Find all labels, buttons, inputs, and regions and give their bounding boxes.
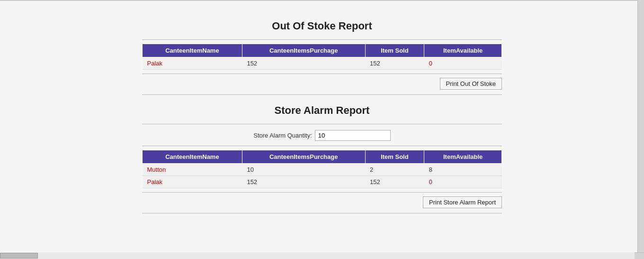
col-header-purchase-1: CanteenItemsPurchage bbox=[242, 44, 365, 57]
divider-5 bbox=[142, 146, 502, 146]
alarm-item-purchase-2: 152 bbox=[242, 176, 365, 188]
print-store-alarm-button[interactable]: Print Store Alarm Report bbox=[423, 196, 502, 208]
alarm-item-available-2: 0 bbox=[424, 176, 502, 188]
divider-6 bbox=[142, 192, 502, 193]
col-header-available-1: ItemAvailable bbox=[424, 44, 502, 57]
out-of-stoke-section: Out Of Stoke Report CanteenItemName Cant… bbox=[142, 20, 502, 95]
store-alarm-title: Store Alarm Report bbox=[142, 104, 502, 117]
table-row: Mutton 10 2 8 bbox=[143, 164, 502, 176]
content-area: Out Of Stoke Report CanteenItemName Cant… bbox=[0, 1, 644, 227]
print-out-of-stoke-row: Print Out Of Stoke bbox=[142, 78, 502, 90]
store-alarm-table: CanteenItemName CanteenItemsPurchage Ite… bbox=[142, 150, 502, 188]
alarm-qty-row: Store Alarm Quantity: bbox=[142, 130, 502, 141]
col-header-name-1: CanteenItemName bbox=[143, 44, 242, 57]
alarm-item-available-1: 8 bbox=[424, 164, 502, 176]
divider-4 bbox=[142, 124, 502, 124]
out-of-stoke-table: CanteenItemName CanteenItemsPurchage Ite… bbox=[142, 44, 502, 70]
alarm-item-name-1: Mutton bbox=[143, 164, 242, 176]
alarm-item-sold-2: 152 bbox=[365, 176, 424, 188]
col-header-name-2: CanteenItemName bbox=[143, 150, 242, 164]
alarm-item-sold-1: 2 bbox=[365, 164, 424, 176]
col-header-sold-2: Item Sold bbox=[365, 150, 424, 164]
divider-3 bbox=[142, 94, 502, 95]
print-out-of-stoke-button[interactable]: Print Out Of Stoke bbox=[440, 78, 502, 90]
alarm-item-name-2: Palak bbox=[143, 176, 242, 188]
page-wrapper: Out Of Stoke Report CanteenItemName Cant… bbox=[0, 0, 644, 259]
scrollbar-thumb[interactable] bbox=[0, 253, 38, 259]
item-name-1: Palak bbox=[143, 57, 242, 70]
col-header-sold-1: Item Sold bbox=[365, 44, 424, 57]
item-available-1: 0 bbox=[424, 57, 502, 70]
alarm-qty-label: Store Alarm Quantity: bbox=[253, 132, 312, 139]
divider-2 bbox=[142, 74, 502, 74]
alarm-item-purchase-1: 10 bbox=[242, 164, 365, 176]
col-header-purchase-2: CanteenItemsPurchage bbox=[242, 150, 365, 164]
col-header-available-2: ItemAvailable bbox=[424, 150, 502, 164]
divider-7 bbox=[142, 213, 502, 213]
print-store-alarm-row: Print Store Alarm Report bbox=[142, 196, 502, 208]
scrollbar-track bbox=[0, 252, 635, 259]
item-sold-1: 152 bbox=[365, 57, 424, 70]
table-row: Palak 152 152 0 bbox=[143, 176, 502, 188]
table-row: Palak 152 152 0 bbox=[143, 57, 502, 70]
item-purchase-1: 152 bbox=[242, 57, 365, 70]
bottom-scrollbar[interactable] bbox=[0, 252, 644, 259]
right-scrollbar[interactable] bbox=[637, 0, 644, 252]
out-of-stoke-title: Out Of Stoke Report bbox=[142, 20, 502, 32]
alarm-qty-input[interactable] bbox=[315, 130, 391, 141]
divider-1 bbox=[142, 39, 502, 40]
store-alarm-section: Store Alarm Report Store Alarm Quantity:… bbox=[142, 104, 502, 213]
